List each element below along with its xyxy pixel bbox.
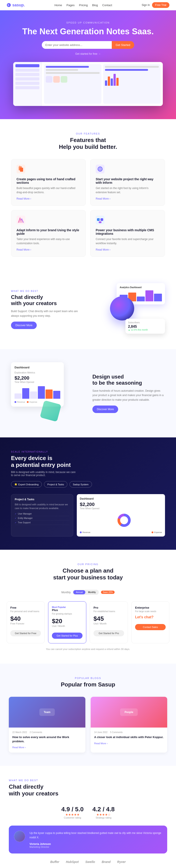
rating-label-1: Strategy rating <box>92 816 115 819</box>
pricing-tag: OUR PRICING <box>7 563 169 565</box>
plan-btn-enterprise[interactable]: Contact Sales <box>135 624 166 630</box>
plan-btn-free[interactable]: Get Started for Free <box>10 630 41 636</box>
design-title: Design usedto be the seasoning <box>92 374 165 386</box>
navbar: S sasup. Home Pages Pricing Blog Contact… <box>0 0 176 10</box>
blog-comments-1: 5 Comments <box>110 731 123 734</box>
testimonial-text: Up the kyser cuppa to pukka telling boor… <box>29 831 162 848</box>
blog-content-0: 22 March 2022 2 Comments How to solve ev… <box>9 727 85 752</box>
testimonial-section: WHAT WE DO BEST Chat directlywith your c… <box>0 766 176 868</box>
dashboard-amount: $2,200 <box>14 375 60 381</box>
toggle-option-annual[interactable]: Annual <box>73 590 85 594</box>
dark-btn-2[interactable]: Sadup System <box>69 481 92 488</box>
blog-date-1: 14 June 2022 <box>94 731 108 734</box>
plan-name-enterprise: Enterprise <box>135 606 166 609</box>
testimonial-avatar <box>14 831 25 842</box>
dark-dashboard-sub: Time When Opened <box>80 507 162 510</box>
mockup-card <box>103 64 160 104</box>
feature-card-0: Create pages using tons of hand crafted … <box>11 159 86 206</box>
nav-actions: Sign In Free Trial <box>142 2 169 8</box>
nav-logo: S sasup. <box>7 3 25 7</box>
hero-tag: Speed Up Communication <box>7 21 169 24</box>
blog-image-1: People <box>91 697 167 727</box>
rating-label-0: Customer rating <box>61 816 84 819</box>
nav-blog[interactable]: Blog <box>92 3 98 7</box>
mockup-card <box>44 64 101 104</box>
features-title: Features thatHelp you build better. <box>11 137 165 150</box>
pricing-section: OUR PRICING Choose a plan andstart your … <box>0 550 176 663</box>
toggle-option-monthly[interactable]: Monthly <box>85 590 98 594</box>
feature-card-2-desc: Tailor your brand experience with easy-t… <box>17 237 80 246</box>
testimonial-card: Up the kyser cuppa to pukka telling boor… <box>9 826 167 854</box>
enterprise-chat: Let's chat? <box>135 615 166 619</box>
chat-title: Chat directlywith your creators <box>11 294 84 306</box>
blog-card-1: People 14 June 2022 5 Comments A closer … <box>91 697 167 752</box>
features-section: OUR FEATURES Features thatHelp you build… <box>0 119 176 270</box>
nav-pages[interactable]: Pages <box>66 3 75 7</box>
dark-desc: Billi is designed with usability in mind… <box>11 471 77 477</box>
nav-contact[interactable]: Contact <box>102 3 112 7</box>
dashboard-label: Dashboard <box>14 366 60 369</box>
pricing-toggle-container: Monthly Annual Monthly Save 20% <box>7 590 169 595</box>
feature-card-2-title: Adapt Inform to your brand Using the sty… <box>17 228 80 236</box>
design-discover-button[interactable]: Discover More <box>92 406 118 413</box>
expert-icon: ⭐ <box>14 483 18 486</box>
mockup-bar <box>46 69 78 71</box>
feature-card-3-readmore[interactable]: Read More › <box>96 248 159 251</box>
testimonial-author: Victoria Johnson <box>29 842 162 845</box>
nav-home[interactable]: Home <box>54 3 62 7</box>
dark-btn-0[interactable]: ⭐ Expert Onboarding <box>11 481 42 488</box>
feature-card-0-title: Create pages using tons of hand crafted … <box>17 177 80 184</box>
dark-card-item-2: Tree Support <box>15 521 69 525</box>
feature-icon-website <box>96 165 105 174</box>
chat-discover-button[interactable]: Discover More <box>11 321 37 329</box>
logo-hubspot: HubSpot <box>66 860 79 864</box>
pricing-note: You can cancel your subscription anytime… <box>7 648 169 650</box>
dark-btn-1[interactable]: Project & Tasks <box>44 481 67 488</box>
plan-period-pro: Usd / Month <box>93 622 124 625</box>
pricing-title: Choose a plan andstart your business tod… <box>7 567 169 581</box>
hero-sub: Get started for free → <box>7 52 169 55</box>
hero-search-button[interactable]: Get Started <box>112 41 134 49</box>
feature-card-3: Power your business with multiple CMS in… <box>90 210 165 257</box>
plan-desc-pro: For established teams <box>93 610 124 613</box>
logos-row: Buffer HubSpot Swello Brand Ryver <box>9 860 167 864</box>
plan-btn-pro[interactable]: Get Started for Pro <box>93 630 124 636</box>
plan-desc-plus: For growing startups <box>52 613 83 615</box>
dark-cards: Project & Tasks Billi is designed with u… <box>11 494 165 536</box>
mockup-sidebar-item <box>16 69 39 72</box>
free-trial-button[interactable]: Free Trial <box>152 2 169 8</box>
mockup-sidebar-item <box>16 78 39 81</box>
dark-card-item-1: Entity Manager <box>15 516 69 521</box>
hero-title: The Next Generation Notes Saas. <box>7 27 169 37</box>
plan-desc-enterprise: For large scale needs <box>135 610 166 613</box>
hero-search-input[interactable] <box>42 41 112 49</box>
mockup-sidebar-item <box>16 82 39 85</box>
plan-price-pro: $45 <box>93 615 124 622</box>
signin-link[interactable]: Sign In <box>142 3 150 7</box>
blog-readmore-0[interactable]: Read More › <box>12 746 26 749</box>
feature-card-0-readmore[interactable]: Read More › <box>17 197 80 200</box>
feature-card-2-readmore[interactable]: Read More › <box>17 248 80 251</box>
chat-section: WHAT WE DO BEST Chat directlywith your c… <box>0 270 176 349</box>
billing-toggle[interactable]: Annual Monthly <box>73 590 99 595</box>
dark-dashboard-amount: $2,200 <box>80 502 162 507</box>
chat-desc: Build Support: Chat directly with our ex… <box>11 309 84 318</box>
design-text: Design usedto be the seasoning Save hund… <box>92 374 165 413</box>
plan-desc-free: For personal and small teams <box>10 610 41 613</box>
hero-mockup <box>13 62 163 106</box>
rating-score-1: 4.2 / 4.8 <box>92 806 115 813</box>
chat-tag: WHAT WE DO BEST <box>11 290 84 292</box>
design-section: Dashboard Exploration Metrics $2,200 Tim… <box>0 349 176 437</box>
mockup-sidebar-item <box>16 64 39 67</box>
blog-readmore-1[interactable]: Read More › <box>94 742 108 745</box>
stars-0: ★★★★★ <box>61 813 84 816</box>
nav-pricing[interactable]: Pricing <box>79 3 88 7</box>
dark-buttons: ⭐ Expert Onboarding Project & Tasks Sadu… <box>11 481 165 488</box>
rating-score-0: 4.9 / 5.0 <box>61 806 84 813</box>
feature-card-3-title: Power your business with multiple CMS in… <box>96 228 159 236</box>
plan-btn-plus[interactable]: Get Started for Plus <box>52 632 83 639</box>
pricing-card-pro: Pro For established teams $45 Usd / Mont… <box>90 601 128 643</box>
feature-card-1-readmore[interactable]: Read More › <box>96 197 159 200</box>
features-tag: OUR FEATURES <box>11 132 165 135</box>
hero-section: Speed Up Communication The Next Generati… <box>0 10 176 119</box>
